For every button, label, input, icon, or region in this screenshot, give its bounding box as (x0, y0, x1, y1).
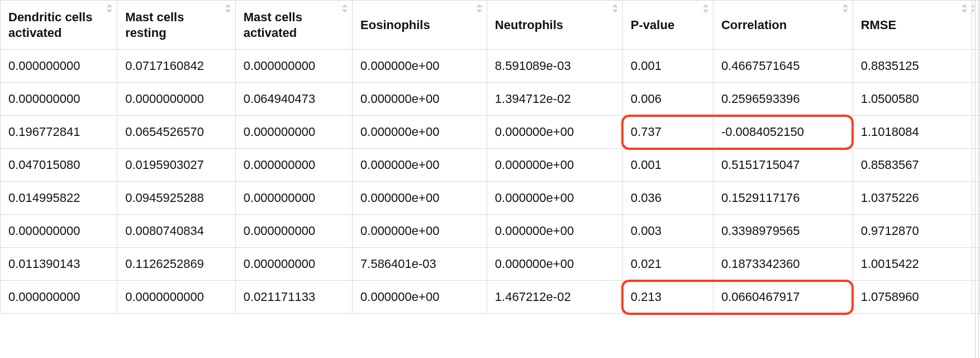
table-cell: 0.000000000 (1, 50, 117, 83)
table-cell-pad (972, 281, 980, 314)
table-cell: 0.000000000 (235, 248, 352, 281)
table-cell-pad (972, 116, 980, 149)
col-header-rmse[interactable]: RMSE (853, 1, 972, 50)
data-table: Dendritic cells activated Mast cells res… (0, 0, 980, 314)
table-cell: 0.1529117176 (713, 182, 853, 215)
table-row[interactable]: 0.0000000000.00000000000.0649404730.0000… (1, 83, 980, 116)
table-cell: 0.8835125 (853, 50, 972, 83)
table-cell-pad (972, 50, 980, 83)
col-header-label: Eosinophils (360, 18, 430, 32)
sort-icon[interactable] (611, 3, 619, 15)
table-cell: 0.000000000 (1, 281, 117, 314)
table-cell: 0.000000000 (235, 50, 352, 83)
table-cell: 8.591089e-03 (487, 50, 622, 83)
col-header-dendritic-cells-activated[interactable]: Dendritic cells activated (1, 1, 117, 50)
sort-icon[interactable] (972, 3, 976, 15)
col-header-label: Neutrophils (495, 18, 563, 32)
table-cell: 0.0660467917 (713, 281, 853, 314)
table-cell: 0.014995822 (1, 182, 117, 215)
table-cell: 0.000000e+00 (353, 182, 487, 215)
col-header-extra[interactable] (972, 1, 980, 50)
table-cell: 0.036 (622, 182, 713, 215)
table-cell: 0.000000e+00 (487, 116, 622, 149)
table-cell: 0.5151715047 (713, 149, 853, 182)
table-cell: 0.8583567 (853, 149, 972, 182)
sort-icon[interactable] (960, 3, 968, 15)
sort-icon[interactable] (224, 3, 232, 15)
table-cell: 0.0654526570 (117, 116, 236, 149)
sort-icon[interactable] (106, 3, 113, 15)
col-header-mast-cells-activated[interactable]: Mast cells activated (235, 1, 352, 50)
table-row[interactable]: 0.1967728410.06545265700.0000000000.0000… (1, 116, 980, 149)
table-row[interactable]: 0.0000000000.00000000000.0211711330.0000… (1, 281, 980, 314)
col-header-label: Dendritic cells activated (8, 10, 92, 40)
table-cell: 0.2596593396 (713, 83, 853, 116)
table-cell-pad (972, 83, 980, 116)
table-cell-pad (972, 182, 980, 215)
table-cell: 0.0000000000 (117, 281, 236, 314)
table-cell: 0.737 (622, 116, 713, 149)
col-header-p-value[interactable]: P-value (622, 1, 713, 50)
table-cell: 0.000000000 (1, 83, 117, 116)
table-cell: 0.021171133 (235, 281, 352, 314)
data-table-container: Dendritic cells activated Mast cells res… (0, 0, 980, 358)
table-cell: 0.000000e+00 (353, 281, 487, 314)
table-cell: 0.9712870 (853, 215, 972, 248)
table-cell: 0.000000e+00 (353, 215, 487, 248)
table-cell-pad (972, 149, 980, 182)
table-cell: 0.000000000 (235, 215, 352, 248)
table-cell: 0.000000000 (235, 116, 352, 149)
table-cell: 0.196772841 (1, 116, 117, 149)
table-cell: 0.0000000000 (117, 83, 236, 116)
table-cell: 0.000000000 (1, 215, 117, 248)
table-row[interactable]: 0.0470150800.01959030270.0000000000.0000… (1, 149, 980, 182)
table-cell: 0.021 (622, 248, 713, 281)
col-header-correlation[interactable]: Correlation (713, 1, 853, 50)
table-row[interactable]: 0.0000000000.00807408340.0000000000.0000… (1, 215, 980, 248)
col-header-neutrophils[interactable]: Neutrophils (487, 1, 622, 50)
col-header-label: P-value (631, 18, 674, 32)
table-row[interactable]: 0.0149958220.09459252880.0000000000.0000… (1, 182, 980, 215)
table-row[interactable]: 0.0113901430.11262528690.0000000007.5864… (1, 248, 980, 281)
sort-icon[interactable] (841, 3, 849, 15)
col-header-mast-cells-resting[interactable]: Mast cells resting (117, 1, 236, 50)
table-cell: 0.064940473 (235, 83, 352, 116)
table-cell-pad (972, 215, 980, 248)
table-cell-pad (972, 248, 980, 281)
table-cell: 0.0080740834 (117, 215, 236, 248)
sort-icon[interactable] (702, 3, 710, 15)
sort-icon[interactable] (341, 3, 349, 15)
table-cell: 0.0717160842 (117, 50, 236, 83)
table-cell: 0.0945925288 (117, 182, 236, 215)
table-header-row: Dendritic cells activated Mast cells res… (1, 1, 980, 50)
table-cell: 1.394712e-02 (487, 83, 622, 116)
table-cell: 0.003 (622, 215, 713, 248)
table-cell: 0.006 (622, 83, 713, 116)
table-cell: 1.0758960 (853, 281, 972, 314)
table-cell: 0.000000e+00 (487, 248, 622, 281)
col-header-eosinophils[interactable]: Eosinophils (353, 1, 487, 50)
table-cell: 1.0015422 (853, 248, 972, 281)
table-cell: -0.0084052150 (713, 116, 853, 149)
table-cell: 0.000000e+00 (487, 149, 622, 182)
table-cell: 0.3398979565 (713, 215, 853, 248)
table-cell: 0.001 (622, 149, 713, 182)
table-cell: 0.213 (622, 281, 713, 314)
col-header-label: Mast cells resting (125, 10, 184, 40)
table-cell: 0.1126252869 (117, 248, 236, 281)
table-cell: 1.0500580 (853, 83, 972, 116)
table-cell: 1.0375226 (853, 182, 972, 215)
table-cell: 0.047015080 (1, 149, 117, 182)
table-cell: 0.000000e+00 (353, 50, 487, 83)
table-row[interactable]: 0.0000000000.07171608420.0000000000.0000… (1, 50, 980, 83)
table-body: 0.0000000000.07171608420.0000000000.0000… (1, 50, 980, 314)
col-header-label: Correlation (721, 18, 787, 32)
table-cell: 7.586401e-03 (353, 248, 487, 281)
table-cell: 0.000000e+00 (487, 215, 622, 248)
table-cell: 0.4667571645 (713, 50, 853, 83)
sort-icon[interactable] (475, 3, 483, 15)
table-cell: 0.1873342360 (713, 248, 853, 281)
table-cell: 0.000000e+00 (487, 182, 622, 215)
table-cell: 1.467212e-02 (487, 281, 622, 314)
col-header-label: RMSE (861, 18, 897, 32)
